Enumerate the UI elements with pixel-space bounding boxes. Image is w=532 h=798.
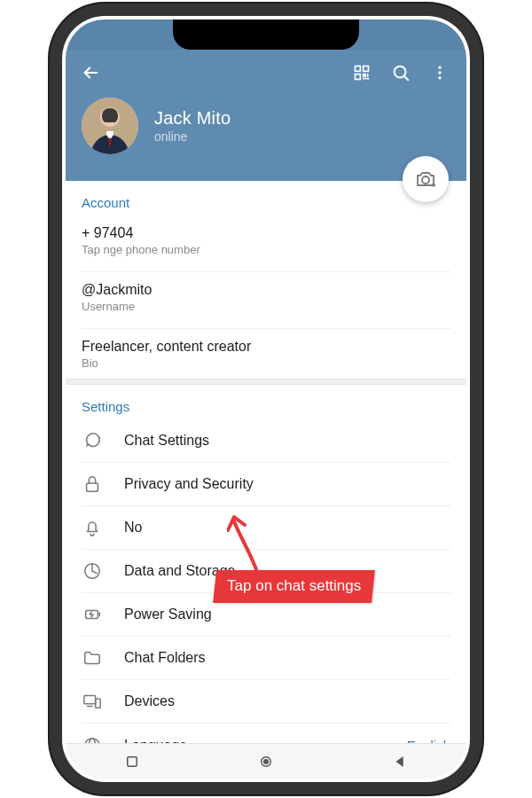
person-icon	[82, 98, 138, 154]
svg-rect-20	[96, 699, 101, 708]
bio-value: Freelancer, content creator	[82, 339, 450, 355]
row-label: Devices	[124, 693, 450, 709]
username-hint: Username	[82, 300, 450, 313]
bio-hint: Bio	[82, 356, 450, 370]
search-icon	[391, 63, 411, 82]
row-label: Chat Settings	[124, 433, 450, 449]
row-chat-settings[interactable]: Chat Settings	[82, 419, 450, 463]
svg-point-26	[264, 759, 269, 763]
row-label: Privacy and Security	[124, 476, 450, 492]
change-photo-button[interactable]	[403, 156, 449, 202]
row-label: Chat Folders	[124, 650, 450, 666]
svg-line-5	[404, 76, 408, 80]
lock-icon	[82, 474, 102, 494]
profile-status: online	[154, 129, 231, 144]
phone-hint: Tap nge phone number	[82, 243, 450, 256]
svg-rect-2	[364, 66, 369, 72]
nav-recent[interactable]	[106, 750, 159, 773]
phone-row[interactable]: + 97404 Tap nge phone number	[82, 215, 450, 266]
svg-rect-1	[356, 66, 361, 72]
svg-rect-14	[87, 483, 98, 491]
screen: Jack Mito online Account + 97404 Tap nge…	[66, 20, 466, 778]
row-notifications[interactable]: No	[82, 506, 450, 550]
annotation-label: Tap on chat settings	[213, 570, 375, 603]
folder-icon	[82, 648, 102, 668]
devices-icon	[82, 692, 102, 711]
data-icon	[82, 561, 102, 581]
username-value: @Jackmito	[82, 282, 450, 298]
qr-button[interactable]	[344, 55, 379, 90]
phone-value: + 97404	[82, 225, 450, 241]
row-label: Power Saving	[124, 606, 450, 622]
username-row[interactable]: @Jackmito Username	[82, 272, 450, 323]
row-chat-folders[interactable]: Chat Folders	[82, 637, 450, 680]
svg-rect-24	[128, 756, 137, 766]
arrow-left-icon	[81, 63, 100, 82]
settings-title: Settings	[82, 385, 450, 419]
svg-point-8	[438, 76, 441, 79]
chat-icon	[82, 431, 102, 450]
svg-point-11	[422, 176, 429, 184]
power-icon	[82, 605, 102, 624]
profile-name: Jack Mito	[154, 108, 231, 129]
nav-home[interactable]	[239, 750, 293, 773]
svg-point-6	[438, 66, 441, 69]
row-privacy[interactable]: Privacy and Security	[82, 463, 450, 506]
phone-frame: Jack Mito online Account + 97404 Tap nge…	[62, 16, 470, 782]
camera-icon	[415, 168, 436, 190]
notch	[173, 20, 359, 50]
search-button[interactable]	[383, 55, 419, 90]
qr-icon	[353, 64, 371, 82]
nav-back[interactable]	[373, 750, 426, 773]
svg-point-7	[438, 71, 441, 74]
row-devices[interactable]: Devices	[82, 680, 450, 724]
account-title: Account	[82, 181, 450, 215]
svg-rect-18	[84, 696, 96, 704]
svg-rect-3	[356, 74, 361, 80]
bell-icon	[82, 518, 102, 537]
bio-row[interactable]: Freelancer, content creator Bio	[82, 329, 450, 379]
row-label: No	[124, 520, 450, 536]
back-button[interactable]	[73, 55, 108, 90]
profile-header: Jack Mito online	[66, 50, 466, 181]
more-button[interactable]	[422, 55, 458, 90]
more-vert-icon	[431, 64, 449, 82]
android-navbar	[66, 743, 466, 778]
account-section: Account + 97404 Tap nge phone number @Ja…	[66, 181, 466, 379]
section-gap	[66, 379, 466, 385]
avatar[interactable]	[82, 98, 138, 154]
